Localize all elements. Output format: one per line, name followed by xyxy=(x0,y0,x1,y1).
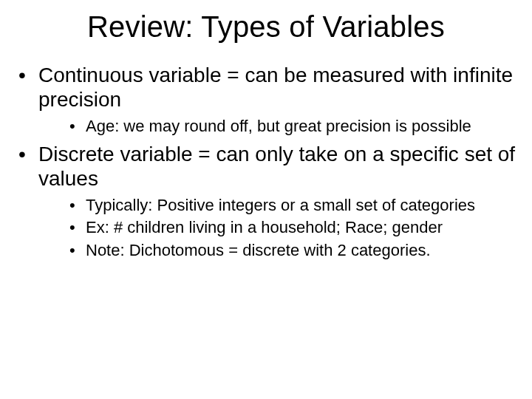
list-item: Note: Dichotomous = discrete with 2 cate… xyxy=(68,240,516,262)
bullet-text: Ex: # children living in a household; Ra… xyxy=(86,218,443,236)
slide-title: Review: Types of Variables xyxy=(16,10,516,44)
list-item: Continuous variable = can be measured wi… xyxy=(16,63,516,137)
sub-bullet-list: Age: we may round off, but great precisi… xyxy=(38,116,516,137)
bullet-text: Note: Dichotomous = discrete with 2 cate… xyxy=(86,241,431,259)
bullet-text: Typically: Positive integers or a small … xyxy=(86,196,475,214)
bullet-text: Continuous variable = can be measured wi… xyxy=(38,64,513,111)
list-item: Typically: Positive integers or a small … xyxy=(68,195,516,216)
list-item: Ex: # children living in a household; Ra… xyxy=(68,217,516,239)
bullet-list: Continuous variable = can be measured wi… xyxy=(16,63,516,262)
list-item: Age: we may round off, but great precisi… xyxy=(68,116,516,137)
list-item: Discrete variable = can only take on a s… xyxy=(16,142,516,262)
slide: Review: Types of Variables Continuous va… xyxy=(0,0,532,399)
bullet-text: Discrete variable = can only take on a s… xyxy=(38,143,515,190)
bullet-text: Age: we may round off, but great precisi… xyxy=(86,117,471,135)
sub-bullet-list: Typically: Positive integers or a small … xyxy=(38,195,516,262)
